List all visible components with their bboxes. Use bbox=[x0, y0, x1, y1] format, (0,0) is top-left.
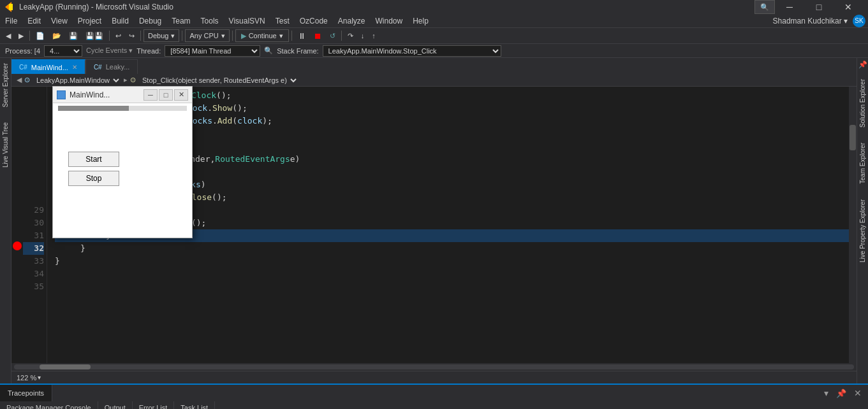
bottom-tabs-right-controls[interactable]: ▾ 📌 ✕ bbox=[821, 387, 868, 399]
save-all-button[interactable]: 💾💾 bbox=[82, 29, 107, 42]
horizontal-scrollbar[interactable] bbox=[11, 363, 857, 371]
cycle-events-label: Cycle Events ▾ bbox=[86, 47, 133, 55]
forward-button[interactable]: ▶ bbox=[15, 29, 27, 42]
code-line: } bbox=[55, 255, 849, 268]
float-maximize-btn[interactable]: □ bbox=[159, 89, 173, 101]
tracepoints-panel: Tracepoints ▾ 📌 ✕ bbox=[0, 384, 868, 401]
breadcrumb-file-dropdown[interactable]: LeakyApp.MainWindow bbox=[33, 75, 121, 86]
menu-item-test[interactable]: Test bbox=[270, 14, 295, 27]
bottom-panel-close-btn[interactable]: ✕ bbox=[851, 387, 864, 399]
thread-dropdown[interactable]: [8584] Main Thread bbox=[165, 45, 260, 57]
menu-item-window[interactable]: Window bbox=[371, 14, 408, 27]
sidebar-tab-team-explorer[interactable]: Team Explorer bbox=[858, 138, 867, 189]
process-dropdown[interactable]: 4... bbox=[44, 45, 82, 57]
process-label: Process: [4 bbox=[5, 47, 40, 55]
menu-item-team[interactable]: Team bbox=[166, 14, 195, 27]
title-bar: LeakyApp (Running) - Microsoft Visual St… bbox=[0, 0, 868, 14]
undo-button[interactable]: ↩ bbox=[112, 29, 124, 42]
close-button[interactable]: ✕ bbox=[834, 0, 863, 14]
tab-cs-icon-2: C# bbox=[94, 64, 102, 71]
minimize-button[interactable]: ─ bbox=[775, 0, 804, 14]
float-controls[interactable]: ─ □ ✕ bbox=[143, 89, 188, 101]
editor-tab-leaky[interactable]: C# Leaky... bbox=[85, 59, 138, 74]
open-file-button[interactable]: 📂 bbox=[49, 29, 64, 42]
breadcrumb-method-dropdown[interactable]: Stop_Click(object sender, RoutedEventArg… bbox=[138, 75, 298, 86]
user-name: Shadman Kudchikar ▾ bbox=[768, 15, 853, 27]
step-into-button[interactable]: ↓ bbox=[358, 29, 368, 42]
toolbar-sep-4 bbox=[182, 31, 182, 41]
new-file-button[interactable]: 📄 bbox=[33, 29, 48, 42]
continue-label: Continue bbox=[249, 32, 277, 39]
process-bar: Process: [4 4... Cycle Events ▾ Thread: … bbox=[0, 44, 868, 58]
bottom-tabs-left: Tracepoints bbox=[0, 385, 52, 401]
menu-item-edit[interactable]: Edit bbox=[22, 14, 46, 27]
float-title-text: MainWind... bbox=[70, 90, 110, 99]
tab-close-1[interactable]: ✕ bbox=[72, 64, 77, 71]
stack-dropdown[interactable]: LeakyApp.MainWindow.Stop_Click bbox=[323, 45, 501, 57]
bottom-panel-dropdown-btn[interactable]: ▾ bbox=[821, 387, 831, 399]
zoom-dropdown-btn[interactable]: ▾ bbox=[36, 374, 42, 381]
step-out-button[interactable]: ↑ bbox=[369, 29, 379, 42]
sidebar-tab-live-property-explorer[interactable]: Live Property Explorer bbox=[858, 194, 867, 268]
bottom-tab-output[interactable]: Output bbox=[98, 401, 133, 409]
thread-label: Thread: bbox=[136, 47, 161, 55]
sidebar-tab-server-explorer[interactable]: Server Explorer bbox=[1, 58, 10, 112]
tab-leaky-label: Leaky... bbox=[106, 63, 130, 71]
breadcrumb-method-icon: ⊙ bbox=[130, 76, 136, 84]
stop-debug-button[interactable]: ⏹ bbox=[311, 29, 325, 42]
toolbar-sep-1 bbox=[29, 31, 30, 41]
menu-item-analyze[interactable]: Analyze bbox=[333, 14, 371, 27]
bottom-tab-task-list[interactable]: Task List bbox=[174, 401, 215, 409]
step-over-button[interactable]: ↷ bbox=[344, 29, 357, 42]
editor-tab-mainwindow[interactable]: C# MainWind... ✕ bbox=[11, 59, 85, 74]
sidebar-pin-button[interactable]: 📌 bbox=[858, 58, 867, 71]
scrollbar-thumb[interactable] bbox=[850, 125, 856, 150]
vertical-scrollbar[interactable] bbox=[849, 87, 857, 363]
float-loading-bar bbox=[58, 106, 187, 111]
menu-item-debug[interactable]: Debug bbox=[134, 14, 166, 27]
bottom-secondary-tabs: Package Manager Console Output Error Lis… bbox=[0, 401, 868, 409]
save-button[interactable]: 💾 bbox=[66, 29, 81, 42]
bottom-tab-package-manager[interactable]: Package Manager Console bbox=[0, 401, 98, 409]
menu-item-build[interactable]: Build bbox=[107, 14, 134, 27]
float-close-btn[interactable]: ✕ bbox=[174, 89, 188, 101]
vs-logo-icon bbox=[5, 2, 15, 12]
zoom-level: 122 % bbox=[17, 374, 36, 382]
sidebar-tab-solution-explorer[interactable]: Solution Explorer bbox=[858, 74, 867, 133]
restart-button[interactable]: ↺ bbox=[327, 29, 339, 42]
bottom-tab-tracepoints[interactable]: Tracepoints bbox=[0, 385, 52, 401]
menu-item-project[interactable]: Project bbox=[73, 14, 107, 27]
continue-button[interactable]: ▶ Continue ▾ bbox=[235, 29, 289, 42]
title-bar-controls[interactable]: 🔍 ─ □ ✕ bbox=[754, 0, 863, 14]
menu-item-help[interactable]: Help bbox=[408, 14, 434, 27]
menu-bar: File Edit View Project Build Debug Team … bbox=[0, 14, 868, 28]
debug-mode-dropdown[interactable]: Debug▾ bbox=[143, 29, 179, 42]
quick-launch-input[interactable]: 🔍 bbox=[754, 0, 775, 14]
float-window-icon bbox=[57, 90, 66, 99]
sidebar-tab-live-visual-tree[interactable]: Live Visual Tree bbox=[1, 117, 10, 173]
menu-item-visualsvn[interactable]: VisualSVN bbox=[224, 14, 270, 27]
toolbar-sep-5 bbox=[232, 31, 233, 41]
line-numbers: 29 30 31 32 33 34 35 bbox=[23, 87, 47, 363]
back-button[interactable]: ◀ bbox=[3, 29, 14, 42]
maximize-button[interactable]: □ bbox=[804, 0, 834, 14]
toolbar-sep-6 bbox=[291, 31, 292, 41]
code-line: } bbox=[55, 242, 849, 255]
float-minimize-btn[interactable]: ─ bbox=[143, 89, 158, 101]
platform-dropdown[interactable]: Any CPU▾ bbox=[185, 29, 229, 42]
menu-item-ozcode[interactable]: OzCode bbox=[295, 14, 333, 27]
float-titlebar[interactable]: MainWind... ─ □ ✕ bbox=[53, 87, 192, 103]
filter-icon: 🔍 bbox=[264, 47, 273, 55]
float-stop-button[interactable]: Stop bbox=[68, 171, 119, 186]
float-start-button[interactable]: Start bbox=[68, 152, 119, 167]
menu-item-file[interactable]: File bbox=[0, 14, 22, 27]
menu-item-tools[interactable]: Tools bbox=[196, 14, 224, 27]
bottom-tab-error-list[interactable]: Error List bbox=[133, 401, 175, 409]
horiz-scroll-thumb[interactable] bbox=[40, 364, 91, 370]
bottom-panel-pin-btn[interactable]: 📌 bbox=[834, 387, 849, 399]
menu-item-view[interactable]: View bbox=[46, 14, 73, 27]
tab-cs-icon-1: C# bbox=[19, 64, 27, 71]
redo-button[interactable]: ↪ bbox=[126, 29, 138, 42]
pause-button[interactable]: ⏸ bbox=[295, 29, 309, 42]
code-line bbox=[55, 268, 849, 280]
